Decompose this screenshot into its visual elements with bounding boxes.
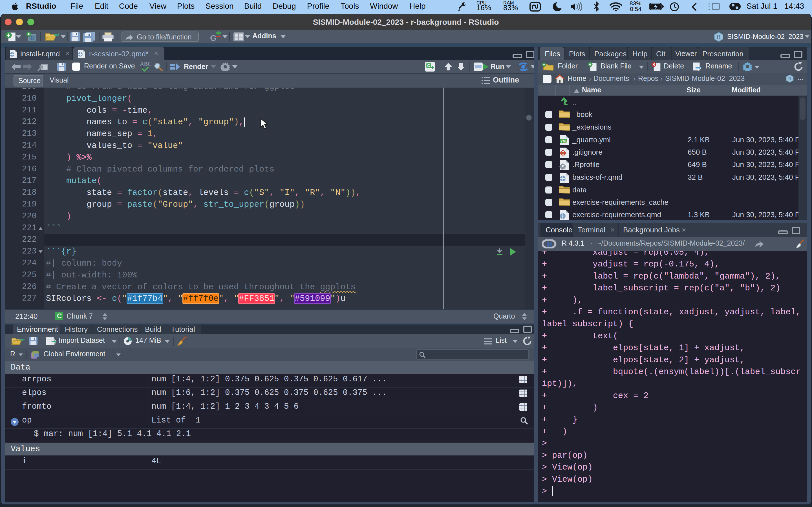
svg-text:G: G xyxy=(210,33,216,43)
svg-text:R: R xyxy=(547,240,553,248)
svg-text:YML: YML xyxy=(560,139,567,144)
svg-text:R: R xyxy=(788,76,792,81)
svg-text:R: R xyxy=(31,35,35,41)
svg-text:R: R xyxy=(717,34,721,40)
